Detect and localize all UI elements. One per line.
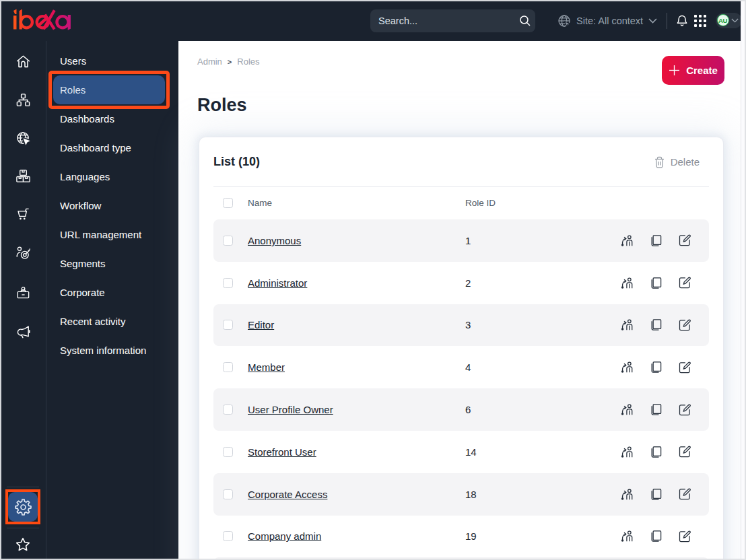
role-id-cell: 1 <box>465 235 620 246</box>
role-name-anchor[interactable]: Member <box>248 361 285 373</box>
row-checkbox[interactable] <box>223 320 233 330</box>
role-id-cell: 4 <box>465 361 620 373</box>
rail-item-megaphone[interactable] <box>0 324 46 339</box>
table-row: Storefront User14 <box>213 431 709 473</box>
edit-role-button[interactable] <box>678 318 691 332</box>
card-header: List (10) Delete <box>213 137 709 186</box>
table-body: Anonymous1Administrator2Editor3Member4Us… <box>213 219 709 560</box>
menu-item-languages[interactable]: Languages <box>53 162 165 191</box>
row-checkbox[interactable] <box>223 489 233 499</box>
table-row: User Profile Owner6 <box>213 388 709 431</box>
bell-icon <box>675 14 689 28</box>
copy-role-button[interactable] <box>649 234 663 247</box>
row-checkbox[interactable] <box>223 447 233 457</box>
copy-role-button[interactable] <box>649 276 663 289</box>
copy-role-button[interactable] <box>649 403 663 417</box>
scrollbar[interactable] <box>741 0 746 560</box>
table-row: Corporate Access18 <box>213 473 709 516</box>
assign-users-button[interactable] <box>620 487 634 501</box>
user-menu-chevron-icon <box>731 18 739 23</box>
row-checkbox[interactable] <box>223 278 233 288</box>
edit-role-button[interactable] <box>678 234 691 247</box>
assign-users-button[interactable] <box>620 361 634 374</box>
breadcrumb-admin[interactable]: Admin <box>197 57 222 67</box>
edit-role-button[interactable] <box>678 361 691 374</box>
role-name-link: Administrator <box>248 277 465 289</box>
copy-role-button[interactable] <box>649 318 663 332</box>
copy-role-button[interactable] <box>649 445 663 458</box>
trash-icon <box>654 156 665 168</box>
role-name-link: Editor <box>248 319 465 330</box>
delete-button-label: Delete <box>671 156 700 168</box>
edit-role-button[interactable] <box>678 487 691 501</box>
column-header-role-id: Role ID <box>465 198 620 208</box>
assign-users-button[interactable] <box>620 403 634 417</box>
rail-item-target[interactable] <box>0 246 46 261</box>
main-content: Admin > Roles Create Roles List (10) Del… <box>178 41 746 560</box>
menu-item-url-management[interactable]: URL management <box>53 220 165 249</box>
menu-item-recent-activity[interactable]: Recent activity <box>53 307 165 336</box>
breadcrumb: Admin > Roles <box>197 57 260 67</box>
edit-role-button[interactable] <box>678 445 691 458</box>
delete-button[interactable]: Delete <box>654 156 700 168</box>
role-name-link: Member <box>248 361 465 373</box>
role-name-anchor[interactable]: Storefront User <box>248 446 316 458</box>
edit-role-button[interactable] <box>678 403 691 417</box>
create-button[interactable]: Create <box>662 56 724 85</box>
rail-item-globe-cursor[interactable] <box>0 131 46 146</box>
row-checkbox[interactable] <box>223 362 233 372</box>
assign-users-button[interactable] <box>620 445 634 458</box>
list-title: List (10) <box>213 155 260 169</box>
rail-item-home[interactable] <box>0 54 46 69</box>
menu-item-workflow[interactable]: Workflow <box>53 191 165 220</box>
notifications-button[interactable] <box>675 0 689 41</box>
search-box[interactable] <box>370 9 535 32</box>
row-checkbox[interactable] <box>223 236 233 246</box>
role-id-cell: 3 <box>465 319 620 330</box>
table-row: Editor3 <box>213 304 709 347</box>
column-header-name: Name <box>248 198 465 208</box>
select-all-checkbox[interactable] <box>223 198 233 208</box>
copy-role-button[interactable] <box>649 530 663 543</box>
role-id-cell: 2 <box>465 277 620 289</box>
menu-item-corporate[interactable]: Corporate <box>53 278 165 307</box>
side-menu: UsersRolesDashboardsDashboard typeLangua… <box>46 41 178 560</box>
row-checkbox[interactable] <box>223 531 233 541</box>
edit-role-button[interactable] <box>678 276 691 289</box>
row-checkbox[interactable] <box>223 405 233 415</box>
assign-users-button[interactable] <box>620 234 634 247</box>
roles-list-card: List (10) Delete Name Role ID Anonymous1… <box>199 137 724 560</box>
role-name-anchor[interactable]: Administrator <box>248 277 307 289</box>
menu-item-dashboards[interactable]: Dashboards <box>53 104 165 133</box>
copy-role-button[interactable] <box>649 361 663 374</box>
role-name-anchor[interactable]: Company admin <box>248 530 321 542</box>
rail-item-bookmarks[interactable] <box>0 536 46 553</box>
role-id-cell: 6 <box>465 404 620 415</box>
rail-item-cart[interactable] <box>0 207 46 222</box>
role-name-anchor[interactable]: Corporate Access <box>248 489 327 500</box>
menu-item-roles[interactable]: Roles <box>53 75 165 104</box>
assign-users-button[interactable] <box>620 318 634 332</box>
assign-users-button[interactable] <box>620 530 634 543</box>
menu-item-system-information[interactable]: System information <box>53 336 165 365</box>
apps-grid-button[interactable] <box>694 0 706 41</box>
site-context-switcher[interactable]: Site: All context <box>557 0 657 41</box>
copy-role-button[interactable] <box>649 487 663 501</box>
rail-item-packages[interactable] <box>0 168 46 184</box>
menu-item-segments[interactable]: Segments <box>53 249 165 278</box>
search-icon <box>519 15 531 27</box>
rail-item-sitemap[interactable] <box>0 92 46 108</box>
rail-item-admin-active[interactable] <box>5 489 40 524</box>
search-input[interactable] <box>378 15 519 26</box>
user-menu[interactable]: AU <box>716 13 742 28</box>
role-name-anchor[interactable]: Anonymous <box>248 235 301 246</box>
menu-item-dashboard-type[interactable]: Dashboard type <box>53 133 165 162</box>
breadcrumb-roles: Roles <box>237 57 259 67</box>
rail-item-badge[interactable] <box>0 285 46 301</box>
assign-users-button[interactable] <box>620 276 634 289</box>
edit-role-button[interactable] <box>678 530 691 543</box>
role-name-anchor[interactable]: User Profile Owner <box>248 404 333 415</box>
role-name-anchor[interactable]: Editor <box>248 319 274 330</box>
avatar: AU <box>717 14 729 26</box>
ibexa-logo[interactable] <box>12 7 71 32</box>
